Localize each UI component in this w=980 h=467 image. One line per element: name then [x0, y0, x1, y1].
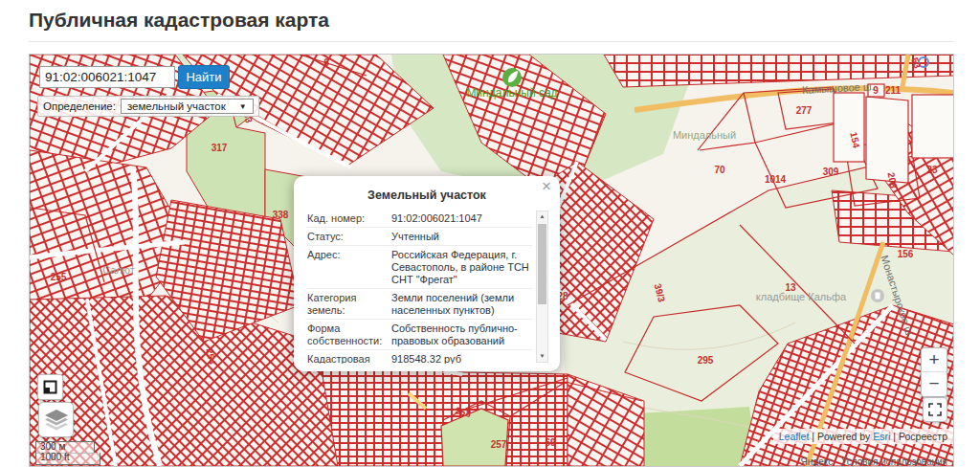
zoom-control: + − — [921, 347, 947, 397]
map-container: 6 253 317 338 255 254 28 39/3 295 13 70 … — [29, 54, 954, 467]
map-label: кладбище Кальфа — [756, 291, 847, 302]
attrib-powered: Powered by — [817, 431, 870, 442]
popup-rows: Кад. номер: 91:02:006021:1047 Статус: Уч… — [307, 210, 532, 364]
attrib-sep: | — [893, 431, 896, 442]
row-label: Форма собственности: — [307, 322, 391, 347]
scroll-up-icon[interactable]: ▲ — [537, 211, 547, 222]
popup-title: Земельный участок — [294, 176, 560, 202]
yandex-brand: Яндекс — [801, 456, 834, 467]
map-label: 309 — [823, 167, 839, 177]
filter-label: Определение: — [43, 100, 116, 112]
esri-link[interactable]: Esri — [873, 431, 890, 442]
yandex-terms-link[interactable]: Условия использования — [841, 456, 947, 467]
map-label: 277 — [796, 105, 813, 116]
filter-panel: Определение: земельный участок ▼ — [37, 96, 259, 117]
fullscreen-icon — [928, 403, 942, 416]
table-row: Кадастровая стоимость: 918548.32 руб — [307, 350, 532, 364]
row-value: 91:02:006021:1047 — [391, 212, 532, 225]
yandex-attribution: Яндекс Условия использования — [801, 456, 947, 467]
close-icon[interactable]: × — [542, 178, 551, 194]
attribution: Leaflet | Powered by Esri | Росреестр — [773, 429, 953, 444]
scale-bar-imperial: 1000 ft — [35, 453, 100, 465]
map-label: 69 — [545, 437, 556, 448]
filter-select[interactable]: земельный участок ▼ — [121, 99, 254, 114]
filter-selected-value: земельный участок — [127, 100, 226, 112]
title-divider — [29, 41, 954, 42]
row-label: Кад. номер: — [307, 212, 391, 225]
parcel-info-popup: × Земельный участок Кад. номер: 91:02:00… — [294, 176, 560, 371]
table-row: Статус: Учтенный — [307, 228, 532, 246]
chevron-down-icon: ▼ — [239, 102, 247, 111]
map-label: 6 — [323, 57, 329, 68]
scrollbar-thumb[interactable] — [538, 224, 546, 304]
row-value: Российская Федерация, г. Севастополь, в … — [391, 249, 532, 286]
map-label: Салют — [102, 264, 135, 276]
row-label: Кадастровая стоимость: — [307, 353, 391, 365]
map-label: 338 — [273, 210, 289, 220]
map-label: 156 — [898, 249, 914, 259]
table-row: Форма собственности: Собственность публи… — [307, 320, 532, 350]
map-label: 295 — [698, 355, 714, 366]
extent-button[interactable] — [37, 374, 63, 400]
map-label: 1014 — [765, 174, 787, 185]
row-value: 918548.32 руб — [391, 353, 532, 365]
zoom-out-button[interactable]: − — [921, 372, 947, 397]
scroll-down-icon[interactable]: ▼ — [537, 351, 547, 362]
map-label: 70 — [714, 165, 725, 175]
table-row: Категория земель: Земли поселений (земли… — [307, 289, 532, 320]
search-button[interactable]: Найти — [178, 65, 230, 89]
row-value: Собственность публично-правовых образова… — [391, 322, 532, 347]
layers-icon — [44, 410, 69, 431]
map-label-garden: Миндальный сад — [466, 86, 557, 100]
layers-button[interactable] — [38, 402, 74, 437]
attrib-sep: | — [812, 431, 814, 442]
popup-scrollbar[interactable]: ▲ ▼ — [536, 211, 548, 363]
row-label: Статус: — [307, 231, 391, 243]
leaflet-link[interactable]: Leaflet — [779, 431, 810, 442]
table-row: Кад. номер: 91:02:006021:1047 — [307, 210, 532, 228]
search-panel: Найти — [39, 65, 230, 89]
table-row: Адрес: Российская Федерация, г. Севастоп… — [307, 246, 532, 289]
map-label: 211 — [885, 85, 902, 96]
row-label: Адрес: — [307, 249, 391, 286]
popup-body: Кад. номер: 91:02:006021:1047 Статус: Уч… — [307, 210, 548, 364]
map-label: 257 — [491, 439, 507, 450]
page-title: Публичная кадастровая карта — [0, 0, 980, 41]
search-input[interactable] — [39, 66, 175, 88]
map-label: Миндальный — [673, 129, 736, 141]
row-label: Категория земель: — [307, 292, 391, 317]
map-label: 317 — [212, 143, 228, 153]
extent-icon — [43, 380, 57, 394]
rosreestr-label: Росреестр — [899, 431, 947, 442]
row-value: Земли поселений (земли населенных пункто… — [391, 292, 532, 317]
zoom-in-button[interactable]: + — [921, 347, 947, 372]
row-value: Учтенный — [391, 231, 532, 243]
fullscreen-button[interactable] — [923, 397, 947, 422]
map-label: 255 — [51, 272, 67, 282]
map-label: 23 — [926, 165, 938, 175]
